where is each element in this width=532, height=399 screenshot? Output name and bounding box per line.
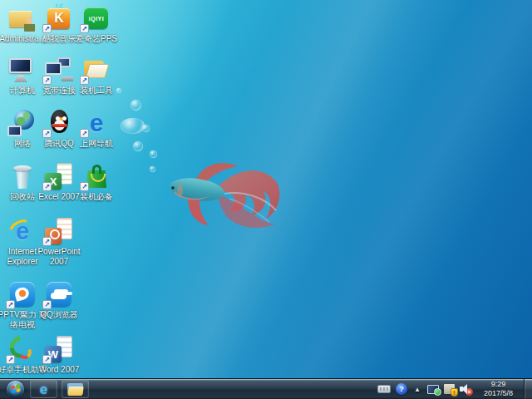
network-icon <box>7 110 37 136</box>
internet-explorer-icon: e <box>40 382 47 397</box>
pc-security-ok-icon[interactable] <box>427 385 439 394</box>
kuwo-music-icon: K <box>44 5 74 32</box>
taskbar-internet-explorer[interactable]: e <box>30 380 57 398</box>
shortcut-arrow-icon <box>42 24 52 33</box>
essential-software-icon <box>81 163 111 190</box>
volume-muted-icon[interactable]: × <box>460 383 473 395</box>
icon-label: 酷我音乐 <box>32 34 86 44</box>
icon-label: Excel 2007 <box>32 192 86 202</box>
windows-orb-icon <box>7 381 24 398</box>
shortcut-arrow-icon <box>42 129 52 138</box>
taskbar: e ? × 9:29 2017/5/8 <box>0 378 532 399</box>
shortcut-arrow-icon <box>42 76 52 85</box>
broadband-connection-icon <box>44 57 74 83</box>
shortcut-arrow-icon <box>6 300 15 309</box>
action-center-warning-icon[interactable] <box>444 384 455 394</box>
bubble <box>150 150 157 158</box>
desktop-icon-broadband-connection[interactable]: 宽带连接 <box>32 57 86 96</box>
haozhuo-phone-assistant-icon <box>7 336 37 362</box>
icon-label: Word 2007 <box>32 365 86 375</box>
icon-label: 好卓手机助手 <box>0 365 49 375</box>
desktop-icon-excel-2007[interactable]: X Excel 2007 <box>32 163 86 202</box>
taskbar-clock[interactable]: 9:29 2017/5/8 <box>478 380 519 398</box>
bubble <box>133 141 143 151</box>
shortcut-arrow-icon <box>42 237 52 246</box>
shortcut-arrow-icon <box>42 182 52 191</box>
start-button[interactable] <box>4 379 26 399</box>
desktop-icon-iqiyi-pps[interactable]: iQIYI 爱奇艺PPS <box>70 5 123 44</box>
icon-label: 腾讯QQ <box>32 139 86 149</box>
icon-label: 装机工具 <box>70 86 123 96</box>
icon-label: Administra... <box>0 34 49 44</box>
help-question-icon[interactable]: ? <box>396 383 407 395</box>
word-2007-icon: W <box>44 336 74 362</box>
excel-2007-icon: X <box>44 163 74 190</box>
desktop-icon-tencent-qq[interactable]: 腾讯QQ <box>32 110 86 149</box>
desktop-icon-essential-software[interactable]: 装机必备 <box>70 163 123 202</box>
bubble <box>116 88 121 93</box>
input-method-keyboard-icon[interactable] <box>377 385 391 393</box>
windows7-desktop: Administra... K 酷我音乐 iQIYI 爱奇艺PPS 计算机 <box>0 0 532 399</box>
shortcut-arrow-icon <box>80 24 89 33</box>
icon-label: 回收站 <box>0 192 49 202</box>
powerpoint-2007-icon <box>44 218 74 244</box>
shortcut-arrow-icon <box>80 182 89 191</box>
icon-label: Internet Explorer <box>0 247 49 267</box>
desktop-icon-word-2007[interactable]: W Word 2007 <box>32 336 86 375</box>
desktop-icon-web-navigation[interactable]: e 上网导航 <box>70 110 123 149</box>
icon-label: 网络 <box>0 139 49 149</box>
administrator-icon <box>7 5 37 32</box>
desktop-icon-powerpoint-2007[interactable]: PowerPoint 2007 <box>32 218 86 267</box>
bubble <box>131 100 141 111</box>
icon-label: 计算机 <box>0 86 49 96</box>
icon-label: 爱奇艺PPS <box>70 34 123 44</box>
shortcut-arrow-icon <box>6 355 15 364</box>
desktop-icon-grid: Administra... K 酷我音乐 iQIYI 爱奇艺PPS 计算机 <box>0 0 532 378</box>
internet-explorer-icon: e <box>7 218 37 244</box>
icon-label: 上网导航 <box>70 139 123 149</box>
shortcut-arrow-icon <box>42 300 52 309</box>
folder-icon <box>67 383 83 396</box>
icon-label: 装机必备 <box>70 192 123 202</box>
bubble <box>142 125 150 132</box>
desktop-icon-kuwo-music[interactable]: K 酷我音乐 <box>32 5 86 44</box>
show-hidden-icons-button[interactable] <box>412 383 422 395</box>
pptv-icon <box>7 281 37 308</box>
windows-flag-icon <box>10 385 14 389</box>
icon-label: 宽带连接 <box>32 86 86 96</box>
shortcut-arrow-icon <box>80 129 89 138</box>
iqiyi-pps-icon: iQIYI <box>81 5 111 32</box>
tencent-qq-icon <box>44 110 74 136</box>
install-tools-icon <box>81 57 111 83</box>
icon-label: QQ浏览器 <box>32 310 86 320</box>
shortcut-arrow-icon <box>80 76 89 85</box>
recycle-bin-icon <box>7 163 37 190</box>
desktop-icon-install-tools[interactable]: 装机工具 <box>70 57 123 96</box>
wallpaper: Administra... K 酷我音乐 iQIYI 爱奇艺PPS 计算机 <box>0 0 532 378</box>
system-tray: ? × 9:29 2017/5/8 <box>377 379 532 399</box>
mute-badge-icon: × <box>466 388 473 396</box>
web-navigation-icon: e <box>81 110 111 136</box>
qq-browser-icon <box>44 281 74 308</box>
bubble <box>150 166 155 172</box>
shortcut-arrow-icon <box>42 355 52 364</box>
betta-fish <box>160 152 283 235</box>
show-desktop-button[interactable] <box>524 379 532 399</box>
bubble <box>121 118 145 134</box>
desktop-icon-qq-browser[interactable]: QQ浏览器 <box>32 281 86 320</box>
computer-icon <box>7 57 37 83</box>
icon-label: PPTV聚力 网络电视 <box>0 310 49 330</box>
taskbar-windows-explorer[interactable] <box>62 380 89 398</box>
icon-label: PowerPoint 2007 <box>32 247 86 267</box>
clock-date: 2017/5/8 <box>484 389 513 398</box>
clock-time: 9:29 <box>491 380 506 389</box>
